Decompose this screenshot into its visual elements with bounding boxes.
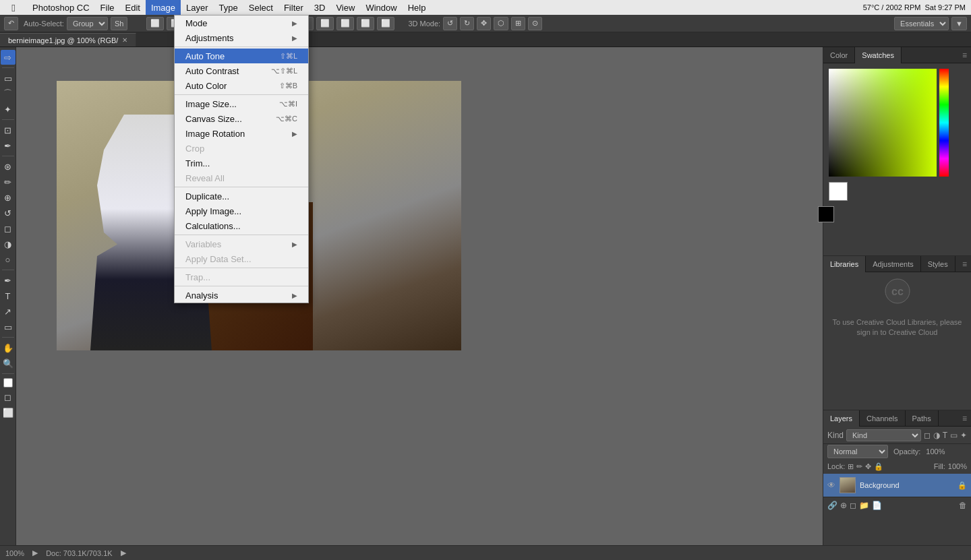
menu-item-canvas-size[interactable]: Canvas Size... ⌥⌘C <box>175 111 308 126</box>
fill-value[interactable]: 100% <box>948 462 967 470</box>
delete-layer-btn[interactable]: 🗑 <box>959 501 967 510</box>
menu-edit[interactable]: Edit <box>120 0 146 15</box>
3d-rotate[interactable]: ↺ <box>443 17 457 30</box>
gradient-tool[interactable]: ◑ <box>1 237 16 251</box>
menu-item-duplicate[interactable]: Duplicate... <box>175 189 308 204</box>
add-style-btn[interactable]: ⊕ <box>840 501 847 510</box>
kind-select[interactable]: Kind <box>846 429 921 441</box>
menu-item-crop[interactable]: Crop <box>175 141 308 156</box>
distribute-6[interactable]: ⬜ <box>377 17 394 30</box>
3d-pan[interactable]: ✥ <box>477 17 491 30</box>
3d-roll[interactable]: ↻ <box>460 17 474 30</box>
filter-pixel[interactable]: ◻ <box>924 431 931 440</box>
status-arrow[interactable]: ▶ <box>32 549 38 557</box>
menu-window[interactable]: Window <box>360 0 402 15</box>
new-group-btn[interactable]: 📁 <box>859 501 869 510</box>
history-brush[interactable]: ↺ <box>1 206 16 220</box>
menu-item-trim[interactable]: Trim... <box>175 156 308 170</box>
zoom-tool[interactable]: 🔍 <box>1 356 16 371</box>
layer-background-item[interactable]: 👁 Background 🔒 <box>823 474 971 497</box>
3d-scale[interactable]: ⊞ <box>511 17 525 30</box>
menu-type[interactable]: Type <box>214 0 243 15</box>
shape-tool[interactable]: ▭ <box>1 319 16 334</box>
tab-color[interactable]: Color <box>823 47 855 63</box>
tab-adjustments[interactable]: Adjustments <box>866 256 921 272</box>
move-tool[interactable]: ⇨ <box>1 50 16 65</box>
filter-shape[interactable]: ▭ <box>950 431 958 440</box>
screen-mode[interactable]: ⬜ <box>1 405 16 420</box>
blend-mode-select[interactable]: Normal <box>827 445 888 458</box>
menu-filter[interactable]: Filter <box>278 0 309 15</box>
menu-item-auto-tone[interactable]: Auto Tone ⇧⌘L <box>175 49 308 63</box>
add-mask-btn[interactable]: ◻ <box>850 501 856 510</box>
quick-mask[interactable]: ◻ <box>1 390 16 404</box>
layer-visibility-icon[interactable]: 👁 <box>827 480 835 490</box>
move-tool-options[interactable]: ↶ <box>4 17 18 30</box>
distribute-5[interactable]: ⬜ <box>357 17 374 30</box>
tab-swatches[interactable]: Swatches <box>855 47 902 63</box>
tab-libraries[interactable]: Libraries <box>823 256 866 272</box>
eraser-tool[interactable]: ◻ <box>1 221 16 236</box>
filter-type[interactable]: T <box>943 431 947 440</box>
tab-channels[interactable]: Channels <box>860 410 905 427</box>
apple-menu[interactable]:  <box>0 2 27 13</box>
path-select[interactable]: ↗ <box>1 304 16 319</box>
menu-item-apply-image[interactable]: Apply Image... <box>175 204 308 218</box>
brush-tool[interactable]: ✏ <box>1 175 16 189</box>
menu-help[interactable]: Help <box>403 0 432 15</box>
menu-3d[interactable]: 3D <box>309 0 331 15</box>
lock-draw[interactable]: ✏ <box>856 462 862 471</box>
menu-item-analysis[interactable]: Analysis ▶ <box>175 288 308 303</box>
new-layer-btn[interactable]: 📄 <box>872 501 882 510</box>
hue-strip[interactable] <box>939 69 949 177</box>
lasso-tool[interactable]: ⌒ <box>1 86 16 101</box>
filter-adj[interactable]: ◑ <box>933 431 940 440</box>
hand-tool[interactable]: ✋ <box>1 340 16 355</box>
layers-panel-collapse[interactable]: ≡ <box>958 414 971 423</box>
lock-move[interactable]: ✥ <box>865 462 871 471</box>
text-tool[interactable]: T <box>1 288 16 303</box>
menu-layer[interactable]: Layer <box>181 0 214 15</box>
lock-checkered[interactable]: ⊞ <box>848 462 854 471</box>
workspace-arrow[interactable]: ▼ <box>951 17 967 30</box>
menu-item-calculations[interactable]: Calculations... <box>175 218 308 233</box>
magic-wand-tool[interactable]: ✦ <box>1 102 16 117</box>
menu-item-auto-color[interactable]: Auto Color ⇧⌘B <box>175 78 308 93</box>
doc-tab-close[interactable]: ✕ <box>122 36 127 44</box>
distribute-4[interactable]: ⬜ <box>336 17 354 30</box>
doc-tab[interactable]: bernieimage1.jpg @ 100% (RGB/ ✕ <box>0 33 136 46</box>
background-swatch[interactable] <box>818 206 834 222</box>
menu-select[interactable]: Select <box>243 0 278 15</box>
menu-photoshop[interactable]: Photoshop CC <box>27 0 95 15</box>
menu-item-auto-contrast[interactable]: Auto Contrast ⌥⇧⌘L <box>175 63 308 78</box>
3d-slide[interactable]: ⬡ <box>494 17 508 30</box>
opacity-value[interactable]: 100% <box>926 447 945 456</box>
menu-item-mode[interactable]: Mode ▶ <box>175 15 308 30</box>
menu-image[interactable]: Image <box>146 0 181 15</box>
eyedropper-tool[interactable]: ✒ <box>1 138 16 153</box>
dodge-tool[interactable]: ○ <box>1 252 16 267</box>
auto-select-dropdown[interactable]: Group Layer <box>67 17 108 30</box>
status-forward[interactable]: ▶ <box>121 549 126 557</box>
foreground-color-swatch[interactable] <box>3 378 13 387</box>
patch-tool[interactable]: ⊛ <box>1 159 16 174</box>
marquee-tool[interactable]: ▭ <box>1 71 16 86</box>
foreground-swatch[interactable] <box>829 182 848 201</box>
distribute-3[interactable]: ⬜ <box>316 17 334 30</box>
crop-tool[interactable]: ⊡ <box>1 123 16 137</box>
3d-orbit[interactable]: ⊙ <box>528 17 542 30</box>
color-panel-collapse[interactable]: ≡ <box>958 51 971 60</box>
menu-item-image-size[interactable]: Image Size... ⌥⌘I <box>175 96 308 111</box>
menu-item-adjustments[interactable]: Adjustments ▶ <box>175 30 308 45</box>
menu-file[interactable]: File <box>95 0 120 15</box>
tab-layers[interactable]: Layers <box>823 410 860 427</box>
align-left[interactable]: ⬜ <box>146 17 164 30</box>
libraries-panel-collapse[interactable]: ≡ <box>958 259 971 269</box>
workspace-select[interactable]: Essentials <box>894 17 949 30</box>
link-layers-btn[interactable]: 🔗 <box>827 501 837 510</box>
show-transform[interactable]: Sh <box>111 17 127 30</box>
menu-view[interactable]: View <box>330 0 360 15</box>
tab-paths[interactable]: Paths <box>906 410 939 427</box>
menu-item-image-rotation[interactable]: Image Rotation ▶ <box>175 126 308 141</box>
clone-tool[interactable]: ⊕ <box>1 190 16 205</box>
